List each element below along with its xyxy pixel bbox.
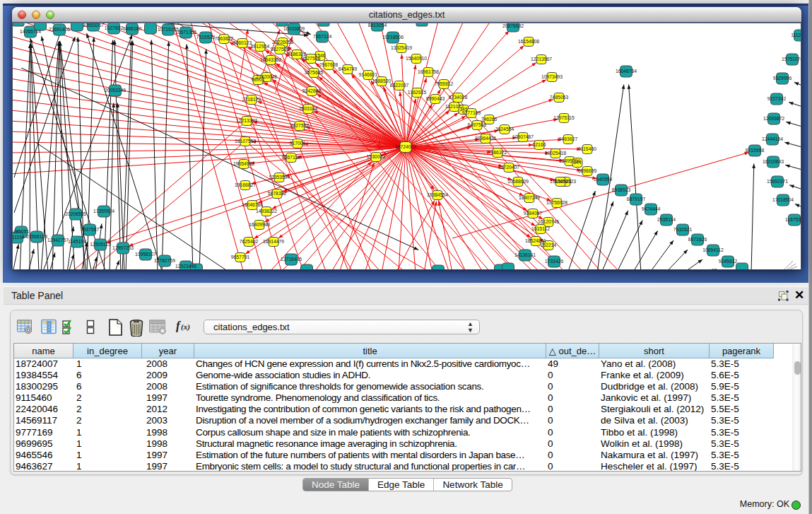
svg-text:10958107: 10958107 <box>135 252 156 257</box>
svg-text:8813054: 8813054 <box>368 23 387 28</box>
svg-text:20206535: 20206535 <box>65 211 86 216</box>
svg-text:15692371: 15692371 <box>767 179 788 184</box>
svg-text:252214: 252214 <box>541 243 557 247</box>
svg-text:9242848: 9242848 <box>302 88 322 93</box>
svg-text:911154: 911154 <box>13 235 25 240</box>
svg-text:185051: 185051 <box>13 229 30 234</box>
svg-text:6734028: 6734028 <box>449 95 468 100</box>
svg-text:1362615: 1362615 <box>408 90 427 95</box>
svg-text:6466160: 6466160 <box>123 26 142 31</box>
svg-text:23226058: 23226058 <box>272 40 293 45</box>
svg-text:1640954: 1640954 <box>594 177 613 182</box>
svg-text:7485063: 7485063 <box>550 95 569 100</box>
svg-text:7937587: 7937587 <box>81 227 100 232</box>
svg-text:20053346: 20053346 <box>105 88 126 93</box>
svg-text:15640910: 15640910 <box>406 56 427 61</box>
svg-text:12942757: 12942757 <box>47 238 69 243</box>
svg-text:7357224: 7357224 <box>313 34 332 39</box>
svg-text:16033809: 16033809 <box>283 26 305 31</box>
svg-text:16914479: 16914479 <box>263 239 284 244</box>
svg-text:19218506: 19218506 <box>382 35 404 40</box>
svg-text:1733426: 1733426 <box>545 259 564 264</box>
svg-text:62160: 62160 <box>533 142 546 147</box>
svg-text:9474444: 9474444 <box>642 206 661 211</box>
svg-text:8471626: 8471626 <box>688 237 707 242</box>
svg-text:917006: 917006 <box>290 141 306 146</box>
svg-text:2935114: 2935114 <box>657 217 676 222</box>
svg-text:1530023: 1530023 <box>367 154 386 159</box>
svg-text:12505115: 12505115 <box>90 242 111 247</box>
svg-text:7663822: 7663822 <box>215 36 234 41</box>
svg-text:6879197: 6879197 <box>627 197 646 201</box>
svg-text:8660123: 8660123 <box>233 40 252 45</box>
svg-text:15720407: 15720407 <box>498 165 519 170</box>
svg-text:12923446: 12923446 <box>175 264 196 269</box>
svg-text:12213967: 12213967 <box>531 57 552 62</box>
svg-text:13716485: 13716485 <box>281 257 302 262</box>
svg-text:2803144: 2803144 <box>299 106 318 111</box>
svg-text:9827508: 9827508 <box>271 47 290 52</box>
svg-text:6497568: 6497568 <box>468 122 487 127</box>
svg-text:10654112: 10654112 <box>702 247 724 252</box>
svg-text:19756928: 19756928 <box>546 200 567 205</box>
svg-text:18724007: 18724007 <box>395 144 416 149</box>
svg-text:8267130: 8267130 <box>282 155 301 160</box>
svg-text:746266: 746266 <box>481 117 498 122</box>
svg-text:10807487: 10807487 <box>512 134 534 139</box>
svg-text:1112476: 1112476 <box>791 33 801 37</box>
svg-text:16154808: 16154808 <box>518 39 539 44</box>
svg-text:98901: 98901 <box>252 77 265 82</box>
svg-text:19654982: 19654982 <box>233 161 254 166</box>
svg-text:14055714: 14055714 <box>20 29 41 34</box>
svg-text:1167533: 1167533 <box>785 217 801 222</box>
svg-text:7986372: 7986372 <box>488 150 507 155</box>
svg-text:3675685: 3675685 <box>305 70 324 75</box>
svg-text:9329996: 9329996 <box>773 76 792 81</box>
svg-text:23691406: 23691406 <box>49 27 70 32</box>
svg-text:9777169: 9777169 <box>462 110 481 115</box>
svg-text:8938923: 8938923 <box>612 187 631 192</box>
svg-text:9227342: 9227342 <box>767 96 787 101</box>
svg-text:10688609: 10688609 <box>507 179 529 184</box>
svg-text:8454749: 8454749 <box>339 66 358 71</box>
svg-text:16120746: 16120746 <box>538 219 559 224</box>
svg-text:16648784: 16648784 <box>616 69 637 74</box>
svg-text:10653267: 10653267 <box>83 23 104 28</box>
svg-text:16782759: 16782759 <box>154 258 175 263</box>
svg-text:9657791: 9657791 <box>231 255 250 259</box>
svg-text:14938222: 14938222 <box>256 209 277 214</box>
svg-text:3624554: 3624554 <box>495 127 514 132</box>
svg-text:9384067: 9384067 <box>524 211 543 216</box>
svg-text:1615112: 1615112 <box>531 226 550 231</box>
svg-text:2967608: 2967608 <box>319 62 339 67</box>
svg-text:16543362: 16543362 <box>260 57 281 62</box>
svg-text:7625402: 7625402 <box>240 239 259 244</box>
svg-text:9146821: 9146821 <box>359 72 378 77</box>
svg-text:844: 844 <box>573 160 582 165</box>
svg-text:1527602: 1527602 <box>105 25 124 30</box>
svg-text:10973493: 10973493 <box>541 74 563 79</box>
svg-text:16961758: 16961758 <box>418 69 439 74</box>
svg-text:21568129: 21568129 <box>26 234 47 239</box>
svg-text:(x): (x) <box>181 322 190 332</box>
svg-text:12444184: 12444184 <box>762 136 783 141</box>
svg-text:1588520: 1588520 <box>372 78 392 83</box>
svg-text:8427552: 8427552 <box>290 123 310 128</box>
svg-text:8215958: 8215958 <box>746 148 765 153</box>
svg-text:16409948: 16409948 <box>249 222 270 227</box>
svg-text:20876682: 20876682 <box>502 23 524 28</box>
svg-text:17018504: 17018504 <box>772 197 794 202</box>
svg-text:17957253: 17957253 <box>112 245 134 250</box>
svg-text:19384554: 19384554 <box>427 192 448 197</box>
svg-text:15751074: 15751074 <box>782 57 801 62</box>
svg-text:16671355: 16671355 <box>175 30 196 35</box>
svg-text:10025418: 10025418 <box>545 151 566 156</box>
svg-text:19166827: 19166827 <box>235 182 256 187</box>
svg-text:1145194: 1145194 <box>68 239 86 244</box>
svg-text:8990443: 8990443 <box>426 96 445 101</box>
svg-text:8912954: 8912954 <box>251 44 270 49</box>
svg-text:13325419: 13325419 <box>391 45 412 50</box>
svg-text:17359924: 17359924 <box>93 209 114 214</box>
svg-text:16210643: 16210643 <box>763 159 784 164</box>
svg-text:18407249: 18407249 <box>519 195 540 200</box>
